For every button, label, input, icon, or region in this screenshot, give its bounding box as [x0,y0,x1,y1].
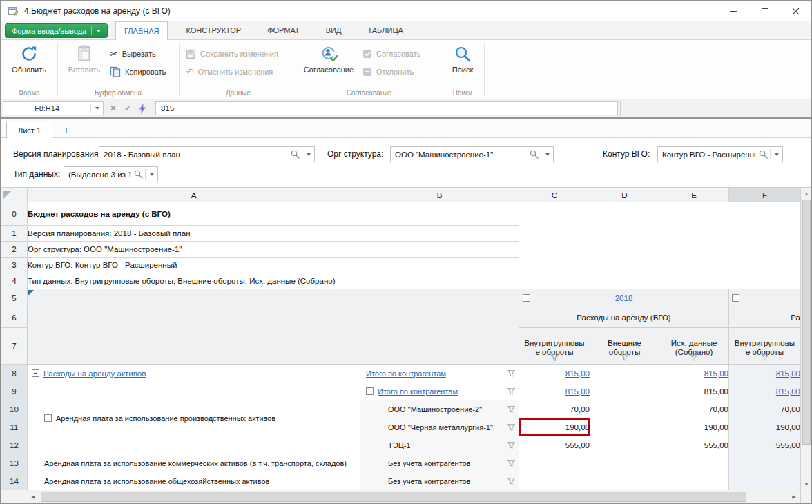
tab-home[interactable]: ГЛАВНАЯ [115,21,168,40]
measure-header-next-cell[interactable]: Ра [729,307,801,328]
search-icon[interactable] [288,150,302,159]
filter-funnel-icon[interactable] [621,354,628,361]
cell-f9[interactable]: 815,00 [729,382,801,400]
cell-f8[interactable]: 815,00 [729,365,801,382]
filter-funnel-icon[interactable] [551,354,559,361]
paste-button[interactable]: Вставить [63,43,106,75]
collapse-icon[interactable] [44,414,52,422]
copy-button[interactable]: Копировать [110,65,166,79]
total-by-contractors-link[interactable]: Итого по контрагентам [378,387,458,396]
data-type-filter[interactable]: (Выделено 3 из 12) [64,166,158,182]
empty-cell[interactable] [519,242,801,258]
filter-funnel-icon[interactable] [508,442,515,449]
rent-assets-link[interactable]: Расходы на аренду активов [44,369,146,378]
cell-d11[interactable] [590,418,659,436]
cell-c9[interactable]: 815,00 [519,382,590,400]
minimize-button[interactable] [718,1,749,21]
horizontal-scrollbar[interactable]: ◀ ▶ [1,490,800,504]
row-header-4[interactable]: 4 [1,273,28,289]
next-year-header-cell[interactable] [729,289,801,307]
tab-table[interactable]: ТАБЛИЦА [359,21,412,39]
value-link[interactable]: 815,00 [704,369,728,378]
search-icon[interactable] [131,170,145,179]
formula-input[interactable]: 815 [155,101,618,115]
value-link[interactable]: 815,00 [566,387,590,396]
name-box-dropdown[interactable] [91,102,103,115]
cell-f13[interactable] [729,454,801,472]
cell-d8[interactable] [590,365,659,382]
approve-button[interactable]: Согласовать [362,47,420,61]
row-header-1[interactable]: 1 [1,226,28,242]
search-button[interactable]: Поиск [444,43,481,75]
year-link[interactable]: 2018 [615,294,633,302]
scroll-down-button[interactable]: ▼ [801,478,812,490]
cell-f10[interactable]: 70,00 [729,400,801,418]
cell-c14[interactable] [519,472,590,490]
cancel-entry-icon[interactable]: ✕ [110,104,117,113]
chevron-down-icon[interactable] [541,147,553,162]
vertical-scrollbar-thumb[interactable] [802,200,811,445]
filter-funnel-icon[interactable] [508,478,515,485]
row-header-8[interactable]: 8 [1,365,28,382]
info-contour-cell[interactable]: Контур ВГО: Контур ВГО - Расширенный [28,258,519,273]
cell-e11[interactable]: 190,00 [659,418,729,436]
search-icon[interactable] [527,150,541,159]
maximize-button[interactable] [749,1,780,21]
header-internal-turnover[interactable]: Внутригрупповые обороты [519,328,590,365]
column-header-e[interactable]: E [659,188,729,202]
header-external-turnover[interactable]: Внешние обороты [590,328,659,365]
chevron-down-icon[interactable] [302,147,314,162]
empty-cell[interactable] [519,258,801,273]
cell-a8[interactable]: Расходы на аренду активов [28,365,360,382]
value-link[interactable]: 815,00 [776,387,800,396]
filter-funnel-icon[interactable] [508,370,515,377]
refresh-button[interactable]: Обновить [2,43,56,75]
report-title-cell[interactable]: Бюджет расходов на аренду (с ВГО) [28,202,519,226]
chevron-down-icon[interactable] [771,147,782,162]
cell-f11[interactable]: 190,00 [729,418,801,436]
cell-b9[interactable]: Итого по контрагентам [360,382,519,400]
cell-d14[interactable] [590,472,659,490]
row-header-10[interactable]: 10 [1,400,28,418]
cell-b12[interactable]: ТЭЦ-1 [360,436,519,454]
measure-header-cell[interactable]: Расходы на аренду (ВГО) [519,307,729,328]
cell-b8[interactable]: Итого по контрагентам [360,365,519,382]
total-by-contractors-link[interactable]: Итого по контрагентам [366,369,446,378]
search-icon[interactable] [756,150,770,159]
cell-b10[interactable]: ООО "Машиностроение-2" [360,400,519,418]
cell-c8[interactable]: 815,00 [519,365,590,382]
tab-format[interactable]: ФОРМАТ [259,21,308,39]
header-source-data[interactable]: Исх. данные (Собрано) [659,328,729,365]
org-structure-filter[interactable]: ООО "Машиностроение-1" [390,146,554,162]
cell-f14[interactable] [729,472,801,490]
scroll-up-button[interactable]: ▲ [801,188,812,199]
chevron-down-icon[interactable] [146,167,157,182]
filter-funnel-icon[interactable] [508,424,515,431]
column-header-c[interactable]: C [519,188,590,202]
version-filter[interactable]: 2018 - Базовый план [99,146,315,162]
empty-cell[interactable] [519,202,801,226]
filter-funnel-icon[interactable] [761,354,768,361]
cell-e9[interactable]: 815,00 [659,382,729,400]
row-header-5[interactable]: 5 [1,289,28,307]
dimension-corner-cell[interactable] [28,289,519,365]
sheet-tab-list1[interactable]: Лист 1 [6,122,52,139]
value-link[interactable]: 815,00 [776,369,800,378]
info-datatype-cell[interactable]: Тип данных: Внутригрупповые обороты, Вне… [28,273,519,289]
select-all-corner[interactable] [1,188,28,202]
cell-b14[interactable]: Без учета контрагентов [360,472,519,490]
tab-constructor[interactable]: КОНСТРУКТОР [177,21,249,39]
cell-d12[interactable] [590,436,659,454]
undo-changes-button[interactable]: ↶ Отменить изменения [186,65,273,79]
cell-d13[interactable] [590,454,659,472]
empty-cell[interactable] [519,273,801,289]
value-link[interactable]: 815,00 [566,369,590,378]
filter-funnel-icon[interactable] [508,406,515,413]
row-header-6[interactable]: 6 [1,307,28,328]
cell-e10[interactable]: 70,00 [659,400,729,418]
cell-f12[interactable]: 555,00 [729,436,801,454]
cell-b11[interactable]: ООО "Черная металлургия-1" [360,418,519,436]
row-header-2[interactable]: 2 [1,242,28,258]
header-internal-turnover-next[interactable]: Внутригрупповые обороты [729,328,801,365]
run-formula-icon[interactable] [139,104,146,114]
